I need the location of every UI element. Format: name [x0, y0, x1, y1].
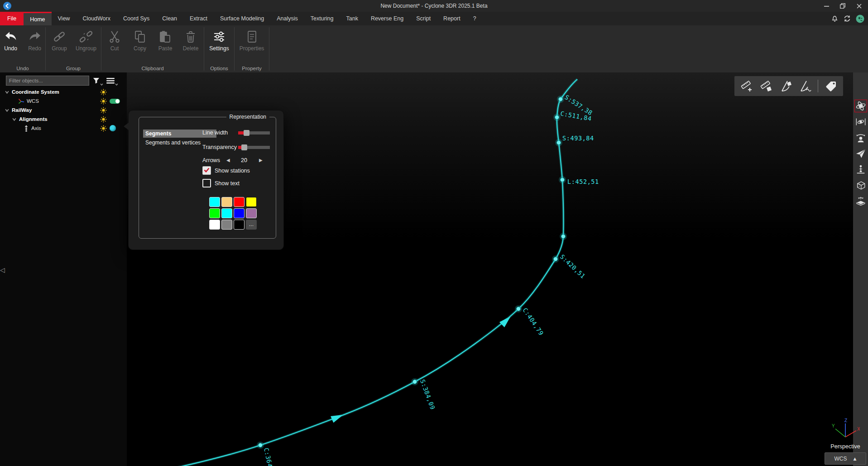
menu-bar: File Home View CloudWorx Coord Sys Clean… — [0, 12, 868, 25]
redo-button[interactable]: Redo — [24, 29, 45, 52]
tree-item-railway[interactable]: RailWay — [0, 106, 127, 115]
color-swatch[interactable] — [209, 197, 220, 207]
fly-mode-button[interactable] — [854, 147, 867, 160]
color-swatch[interactable] — [221, 208, 232, 218]
menu-item-cloudworx[interactable]: CloudWorx — [76, 12, 117, 25]
settings-button[interactable]: Settings — [208, 29, 230, 52]
filter-objects-input[interactable] — [6, 76, 89, 86]
copy-button[interactable]: Copy — [129, 29, 151, 52]
menu-item-coord-sys[interactable]: Coord Sys — [117, 12, 156, 25]
measure-distance-icon[interactable] — [759, 79, 773, 93]
chevron-down-icon[interactable] — [12, 117, 17, 122]
undo-button[interactable]: Undo — [0, 29, 21, 52]
visibility-bulb-icon[interactable] — [100, 125, 107, 132]
group-button[interactable]: Group — [48, 29, 71, 52]
account-badge-icon[interactable] — [856, 14, 864, 23]
menu-item-extract[interactable]: Extract — [183, 12, 214, 25]
restore-button[interactable] — [834, 0, 851, 12]
tree-item-alignments[interactable]: Alignments — [0, 115, 127, 124]
station-marker[interactable] — [559, 97, 563, 101]
coordinate-system-selector[interactable]: WCS ▲ — [825, 452, 866, 465]
color-swatch[interactable] — [209, 208, 220, 218]
object-tree-panel: Coordinate System WCS RailWay Alignments… — [0, 72, 127, 466]
color-swatch[interactable] — [246, 197, 257, 207]
color-swatch[interactable] — [234, 220, 245, 230]
transparency-slider-knob[interactable] — [241, 144, 247, 150]
arrows-decrement-button[interactable]: ◀ — [226, 158, 230, 163]
menu-item-surface-modeling[interactable]: Surface Modeling — [214, 12, 270, 25]
station-marker[interactable] — [557, 141, 561, 145]
ribbon-group-property: Properties Property — [235, 25, 269, 72]
panel-collapse-arrow-icon[interactable]: ◁ — [0, 266, 5, 274]
walk-mode-button[interactable] — [854, 163, 867, 176]
station-label: C:364 — [263, 447, 274, 466]
transparency-slider[interactable] — [238, 146, 270, 149]
chevron-down-icon[interactable] — [5, 90, 10, 95]
sync-icon[interactable] — [843, 14, 851, 23]
tree-item-wcs[interactable]: WCS — [0, 96, 127, 106]
measure-point-icon[interactable] — [740, 79, 753, 93]
menu-item-view[interactable]: View — [52, 12, 77, 25]
line-width-slider-knob[interactable] — [244, 130, 249, 136]
menu-item-clean[interactable]: Clean — [156, 12, 183, 25]
station-marker[interactable] — [517, 307, 521, 311]
color-swatch[interactable] — [246, 208, 257, 218]
visibility-bulb-icon[interactable] — [100, 89, 107, 96]
filter-funnel-icon[interactable] — [92, 77, 103, 84]
color-swatch[interactable] — [234, 197, 245, 207]
color-swatch[interactable] — [209, 220, 220, 230]
arrows-increment-button[interactable]: ▶ — [259, 158, 263, 163]
turntable-button[interactable] — [854, 195, 867, 207]
menu-item-tank[interactable]: Tank — [340, 12, 364, 25]
tree-item-axis[interactable]: Axis — [0, 124, 127, 133]
tree-menu-icon[interactable] — [106, 77, 118, 84]
application-window: { "window": { "title": "New Document* - … — [0, 0, 868, 466]
look-around-button[interactable] — [854, 131, 867, 144]
label-tag-icon[interactable] — [824, 79, 838, 93]
show-stations-checkbox[interactable] — [202, 166, 211, 175]
tree-item-coordinate-system[interactable]: Coordinate System — [0, 87, 127, 96]
minimize-button[interactable] — [818, 0, 834, 12]
wcs-toggle-switch[interactable] — [110, 99, 120, 104]
station-marker[interactable] — [555, 115, 559, 120]
delete-button[interactable]: Delete — [179, 29, 202, 52]
close-button[interactable] — [851, 0, 867, 12]
menu-item-home[interactable]: Home — [24, 12, 51, 25]
station-marker[interactable] — [561, 235, 566, 239]
station-marker[interactable] — [561, 178, 565, 182]
station-marker[interactable] — [413, 380, 417, 384]
station-marker[interactable] — [259, 443, 263, 447]
view-cube-button[interactable] — [854, 179, 867, 192]
orbit-mode-button[interactable] — [854, 100, 867, 112]
menu-item-texturing[interactable]: Texturing — [304, 12, 340, 25]
station-marker[interactable] — [554, 257, 558, 261]
visibility-bulb-icon[interactable] — [100, 98, 107, 105]
cut-button[interactable]: Cut — [103, 29, 126, 52]
menu-item-report[interactable]: Report — [437, 12, 467, 25]
measure-angle-curve-icon[interactable] — [798, 79, 812, 93]
measure-angle-icon[interactable] — [779, 79, 792, 93]
color-swatch[interactable] — [221, 197, 232, 207]
window-title: New Document* - Cyclone 3DR 2025.1 Beta — [0, 0, 868, 12]
menu-item-reverse-eng[interactable]: Reverse Eng — [364, 12, 410, 25]
chevron-down-icon[interactable] — [5, 108, 10, 113]
constrained-orbit-button[interactable] — [854, 115, 867, 128]
properties-button[interactable]: Properties — [238, 29, 266, 52]
visibility-bulb-icon[interactable] — [100, 116, 107, 123]
cut-icon — [107, 29, 122, 44]
show-text-checkbox[interactable] — [202, 179, 211, 187]
paste-button[interactable]: Paste — [154, 29, 177, 52]
menu-item-analysis[interactable]: Analysis — [270, 12, 304, 25]
line-width-slider[interactable] — [238, 131, 270, 135]
chevron-up-icon: ▲ — [854, 456, 857, 461]
axis-color-indicator[interactable] — [110, 125, 116, 131]
color-swatch[interactable] — [221, 220, 232, 230]
color-more-button[interactable]: … — [246, 220, 257, 230]
color-swatch[interactable] — [234, 208, 245, 218]
menu-item-script[interactable]: Script — [410, 12, 437, 25]
menu-item-help[interactable]: ? — [467, 12, 483, 25]
ungroup-button[interactable]: Ungroup — [73, 29, 99, 52]
menu-item-file[interactable]: File — [0, 12, 24, 25]
notifications-bell-icon[interactable] — [831, 14, 839, 23]
visibility-bulb-icon[interactable] — [100, 107, 107, 114]
